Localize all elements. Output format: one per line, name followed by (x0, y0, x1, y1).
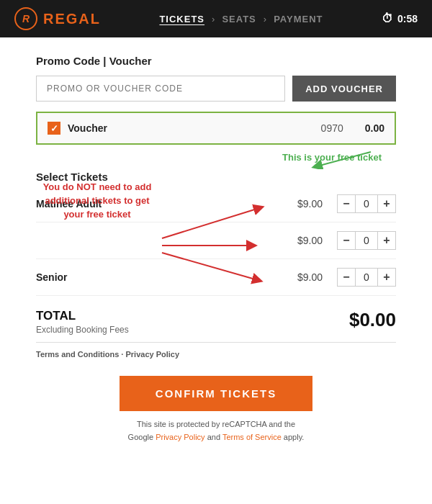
promo-input[interactable] (36, 76, 285, 102)
recaptcha-prefix: Google (128, 433, 156, 441)
nav-sep-1: › (212, 14, 215, 24)
voucher-checkbox[interactable]: ✓ (48, 122, 60, 135)
voucher-label: Voucher (68, 122, 314, 134)
promo-row: ADD VOUCHER (36, 76, 396, 102)
svg-line-0 (317, 152, 371, 166)
total-sub: Excluding Booking Fees (36, 325, 129, 335)
confirm-tickets-button[interactable]: CONFIRM TICKETS (120, 376, 312, 411)
recaptcha-text: This site is protected by reCAPTCHA and … (36, 418, 396, 444)
promo-section-title: Promo Code | Voucher (36, 55, 396, 67)
recaptcha-suffix: apply. (282, 433, 305, 441)
confirm-section: CONFIRM TICKETS (36, 376, 396, 411)
nav-payment[interactable]: PAYMENT (274, 14, 323, 24)
privacy-policy-link[interactable]: Privacy Policy (156, 433, 204, 441)
terms-text: Terms and Conditions · Privacy Policy (36, 350, 179, 359)
nav-seats[interactable]: SEATS (222, 14, 256, 24)
main-content: Promo Code | Voucher ADD VOUCHER ✓ Vouch… (0, 37, 432, 461)
svg-line-1 (162, 208, 259, 238)
nav-sep-2: › (264, 14, 266, 24)
header: R REGAL TICKETS › SEATS › PAYMENT ⏱ 0:58 (0, 0, 432, 37)
total-label: TOTAL (36, 309, 129, 323)
voucher-amount: 0.00 (365, 122, 384, 134)
breadcrumb-nav: TICKETS › SEATS › PAYMENT (159, 14, 323, 24)
logo-icon: R (14, 7, 37, 30)
svg-line-3 (162, 253, 258, 280)
nav-tickets[interactable]: TICKETS (159, 14, 204, 24)
recaptcha-mid: and (205, 433, 222, 441)
red-arrows (29, 166, 389, 310)
terms-row: Terms and Conditions · Privacy Policy (36, 342, 396, 366)
total-amount: $0.00 (349, 309, 396, 331)
ticket-section: Matinee Adult $9.00 − 0 + $9.00 − 0 + Se… (36, 186, 396, 296)
logo: R REGAL (14, 7, 101, 30)
timer-value: 0:58 (397, 13, 418, 24)
total-left: TOTAL Excluding Booking Fees (36, 309, 129, 335)
timer: ⏱ 0:58 (382, 12, 418, 25)
timer-icon: ⏱ (382, 12, 393, 25)
add-voucher-button[interactable]: ADD VOUCHER (292, 76, 396, 102)
terms-of-service-link[interactable]: Terms of Service (222, 433, 282, 441)
recaptcha-line1: This site is protected by reCAPTCHA and … (137, 420, 295, 428)
voucher-code: 0970 (321, 122, 343, 134)
logo-text: REGAL (43, 11, 101, 27)
checkmark-icon: ✓ (50, 123, 58, 134)
voucher-box: ✓ Voucher 0970 0.00 (36, 112, 396, 145)
